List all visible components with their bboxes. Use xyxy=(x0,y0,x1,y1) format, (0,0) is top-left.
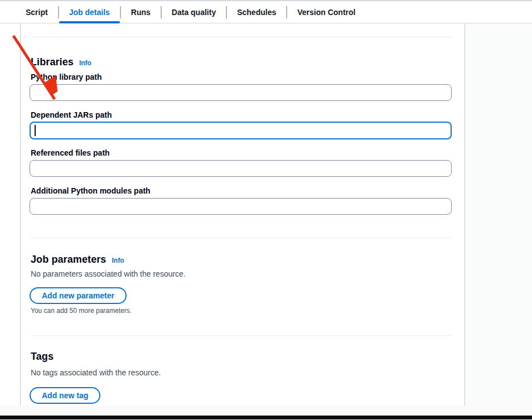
python-library-path-label: Python library path xyxy=(31,73,102,81)
libraries-heading: Libraries xyxy=(31,56,74,68)
tab-version-control[interactable]: Version Control xyxy=(287,1,365,23)
job-parameters-heading: Job parameters xyxy=(31,254,106,265)
job-details-page: Script Job details Runs Data quality Sch… xyxy=(0,0,532,420)
tags-empty-text: No tags associated with the resource. xyxy=(31,368,161,377)
dependent-jars-path-label: Dependent JARs path xyxy=(31,110,112,119)
job-parameters-helper-text: You can add 50 more parameters. xyxy=(31,307,132,315)
section-divider xyxy=(31,335,452,336)
tab-runs[interactable]: Runs xyxy=(121,1,161,23)
right-gutter xyxy=(465,23,532,416)
section-divider xyxy=(31,37,452,37)
section-divider xyxy=(31,237,452,238)
text-cursor xyxy=(35,125,36,136)
job-parameters-heading-row: Job parameters Info xyxy=(31,254,124,265)
tags-heading-row: Tags xyxy=(31,351,54,363)
job-parameters-empty-text: No parameters associated with the resour… xyxy=(31,269,186,278)
tab-bar: Script Job details Runs Data quality Sch… xyxy=(0,0,532,23)
python-library-path-input[interactable] xyxy=(30,84,452,101)
job-parameters-info-link[interactable]: Info xyxy=(112,257,124,264)
tab-script[interactable]: Script xyxy=(16,1,58,23)
libraries-info-link[interactable]: Info xyxy=(79,59,91,67)
bottom-strip xyxy=(0,405,532,416)
add-new-parameter-button[interactable]: Add new parameter xyxy=(30,287,127,304)
dependent-jars-path-input[interactable] xyxy=(30,122,452,139)
additional-python-modules-path-input[interactable] xyxy=(30,198,452,215)
tab-job-details[interactable]: Job details xyxy=(59,1,120,23)
tab-schedules[interactable]: Schedules xyxy=(227,1,286,23)
additional-python-modules-path-label: Additional Python modules path xyxy=(31,186,151,195)
add-new-tag-button[interactable]: Add new tag xyxy=(30,387,100,404)
tags-heading: Tags xyxy=(31,351,54,363)
libraries-heading-row: Libraries Info xyxy=(31,56,91,68)
window-bottom-bar xyxy=(0,416,532,419)
tab-data-quality[interactable]: Data quality xyxy=(162,1,226,23)
referenced-files-path-input[interactable] xyxy=(30,160,452,177)
referenced-files-path-label: Referenced files path xyxy=(31,148,110,157)
